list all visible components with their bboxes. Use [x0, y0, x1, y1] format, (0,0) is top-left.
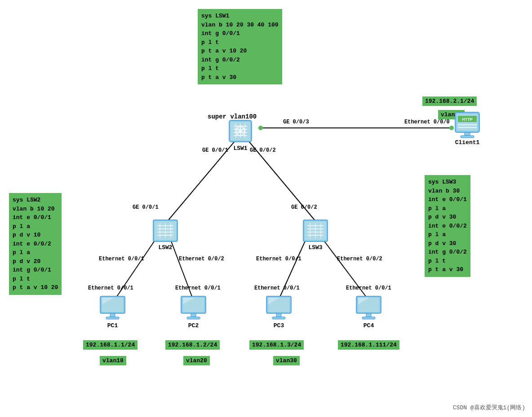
label-ge001-lsw1: GE 0/0/1: [202, 147, 228, 154]
label-vlan20: vlan20: [183, 356, 210, 365]
svg-rect-58: [276, 313, 281, 317]
label-ge002-lsw3: GE 0/0/2: [291, 204, 317, 211]
pc1-icon: [98, 295, 127, 321]
label-ip-pc3: 192.168.1.3/24: [249, 340, 304, 350]
label-eth001-pc2: Ethernet 0/0/1: [175, 285, 221, 291]
label-eth001-lsw3-left: Ethernet 0/0/1: [256, 256, 301, 262]
device-lsw2: LSW2: [152, 219, 179, 251]
lsw2-icon: [152, 219, 179, 243]
svg-rect-54: [187, 317, 200, 319]
pc2-icon: [179, 295, 208, 321]
pc2-label: PC2: [188, 322, 199, 329]
watermark: CSDN @喜欢爱哭鬼1(网络): [453, 404, 525, 412]
label-ge001-lsw2: GE 0/0/1: [133, 204, 159, 211]
svg-rect-72: [461, 136, 474, 138]
config-box-lsw2: sys LSW2 vlan b 10 20 int e 0/0/1 p l a …: [9, 193, 62, 295]
label-ip-pc1: 192.168.1.1/24: [83, 340, 137, 350]
label-eth001-lsw2-left: Ethernet 0/0/1: [99, 256, 144, 262]
pc3-icon: [264, 295, 293, 321]
label-ge003-lsw1: GE 0/0/3: [283, 119, 309, 125]
pc4-label: PC4: [364, 322, 374, 329]
device-client1: HTTP Client1: [452, 111, 483, 146]
diagram: sys LSW1 vlan b 10 20 30 40 100 int g 0/…: [0, 0, 532, 417]
svg-rect-59: [272, 317, 285, 319]
device-pc3: PC3: [264, 295, 293, 329]
label-eth001-pc4: Ethernet 0/0/1: [346, 285, 391, 291]
label-vlan10: vlan10: [100, 356, 126, 365]
config-box-lsw3: sys LSW3 vlan b 30 int e 0/0/1 p l a p d…: [425, 175, 470, 277]
label-vlan30: vlan30: [273, 356, 300, 365]
svg-rect-48: [110, 313, 115, 317]
svg-rect-71: [465, 132, 470, 136]
config-box-lsw1: sys LSW1 vlan b 10 20 30 40 100 int g 0/…: [198, 9, 282, 84]
device-pc1: PC1: [98, 295, 127, 329]
lsw3-icon: [302, 219, 329, 243]
label-ip-pc2: 192.168.1.2/24: [165, 340, 220, 350]
device-pc2: PC2: [179, 295, 208, 329]
device-pc4: PC4: [354, 295, 383, 329]
svg-rect-53: [191, 313, 196, 317]
label-ge002-lsw1: GE 0/0/2: [250, 147, 276, 154]
lsw2-label: LSW2: [158, 244, 172, 251]
lsw1-label: LSW1: [233, 145, 247, 152]
svg-text:HTTP: HTTP: [462, 117, 473, 122]
svg-rect-49: [106, 317, 119, 319]
label-eth001-pc1: Ethernet 0/0/1: [88, 285, 133, 291]
svg-point-9: [258, 126, 263, 130]
pc3-label: PC3: [274, 322, 284, 329]
pc4-icon: [354, 295, 383, 321]
device-lsw1: LSW1: [227, 118, 254, 152]
label-eth001-pc3: Ethernet 0/0/1: [254, 285, 300, 291]
lsw3-label: LSW3: [308, 244, 322, 251]
svg-rect-64: [362, 317, 375, 319]
pc1-label: PC1: [107, 322, 118, 329]
label-ip-client1: 192.168.2.1/24: [422, 97, 477, 106]
client1-label: Client1: [455, 139, 480, 146]
device-lsw3: LSW3: [302, 219, 329, 251]
label-eth002-lsw3-right: Ethernet 0/0/2: [337, 256, 382, 262]
svg-rect-63: [366, 313, 371, 317]
label-eth000-client1: Ethernet 0/0/0: [404, 119, 450, 125]
lsw1-icon: [227, 118, 254, 144]
label-ip-pc4: 192.168.1.111/24: [338, 340, 399, 350]
client1-icon: HTTP: [452, 111, 483, 138]
label-eth002-lsw2-right: Ethernet 0/0/2: [179, 256, 224, 262]
